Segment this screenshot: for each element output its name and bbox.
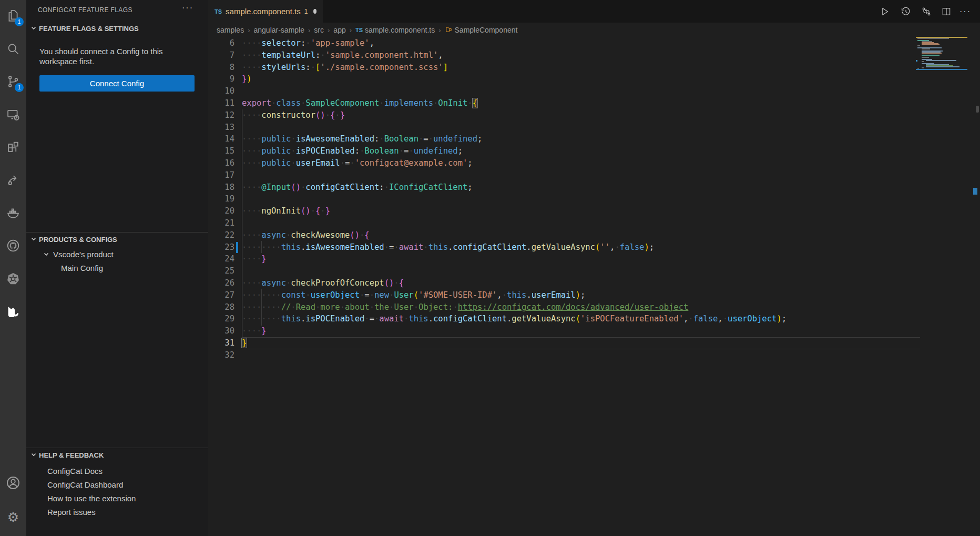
explorer-icon[interactable]: 1 bbox=[5, 7, 22, 24]
modified-dot-icon[interactable] bbox=[313, 9, 317, 14]
breadcrumb-item[interactable]: samples bbox=[217, 26, 244, 34]
code-line[interactable]: 7····templateUrl:·'sample.component.html… bbox=[208, 49, 920, 62]
breadcrumb-file[interactable]: TS sample.component.ts bbox=[355, 26, 435, 34]
help-link[interactable]: Report issues bbox=[47, 505, 96, 519]
help-link[interactable]: ConfigCat Docs bbox=[47, 464, 103, 478]
source-control-icon[interactable]: 1 bbox=[5, 73, 22, 90]
open-changes-icon[interactable] bbox=[920, 5, 933, 18]
code-line[interactable]: 9}) bbox=[208, 73, 920, 85]
code-line[interactable]: 19 bbox=[208, 193, 920, 205]
docker-icon[interactable] bbox=[5, 205, 22, 221]
code-line[interactable]: 23········this.isAwesomeEnabled·=·await·… bbox=[208, 241, 920, 254]
breadcrumb-item[interactable]: app bbox=[333, 26, 345, 34]
explorer-badge: 1 bbox=[15, 17, 24, 26]
line-number: 11 bbox=[208, 97, 234, 109]
line-number: 32 bbox=[208, 349, 234, 361]
line-number: 12 bbox=[208, 109, 234, 122]
run-icon[interactable] bbox=[879, 5, 891, 18]
code-line[interactable]: 8····styleUrls:·['./sample.component.scs… bbox=[208, 62, 920, 74]
line-number: 7 bbox=[208, 49, 234, 62]
tab-problems-badge: 1 bbox=[304, 8, 308, 15]
activity-bar: 1 1 ⚙ bbox=[0, 0, 26, 536]
breadcrumb-symbol[interactable]: SampleComponent bbox=[445, 25, 518, 35]
line-number: 9 bbox=[208, 73, 234, 85]
code-line[interactable]: 25 bbox=[208, 265, 920, 277]
line-number: 16 bbox=[208, 157, 234, 169]
line-number: 25 bbox=[208, 265, 234, 277]
typescript-file-icon: TS bbox=[355, 27, 363, 33]
minimap-line bbox=[917, 45, 920, 46]
breadcrumb-item[interactable]: src bbox=[314, 26, 324, 34]
section-divider bbox=[26, 448, 208, 448]
overview-ruler[interactable] bbox=[973, 0, 980, 536]
code-line[interactable]: 24····} bbox=[208, 253, 920, 265]
code-line[interactable]: 30····} bbox=[208, 325, 920, 337]
more-actions-icon[interactable]: ··· bbox=[959, 5, 972, 18]
share-icon[interactable] bbox=[5, 172, 22, 189]
line-number: 6 bbox=[208, 37, 234, 49]
section-feature-flags[interactable]: FEATURE FLAGS & SETTINGS bbox=[26, 22, 208, 35]
tab-sample-component[interactable]: TS sample.component.ts 1 bbox=[208, 0, 323, 23]
line-number: 13 bbox=[208, 122, 234, 134]
code-line[interactable]: 27········const·userObject·=·new·User('#… bbox=[208, 289, 920, 301]
code-line[interactable]: 15····public·isPOCEnabled:·Boolean·=·und… bbox=[208, 145, 920, 157]
code-line[interactable]: 32 bbox=[208, 349, 920, 361]
tree-item-main-config[interactable]: Main Config bbox=[61, 261, 103, 275]
code-line[interactable]: 13 bbox=[208, 122, 920, 134]
code-line[interactable]: 10 bbox=[208, 85, 920, 97]
chevron-down-icon bbox=[30, 236, 37, 244]
section-help-feedback[interactable]: HELP & FEEDBACK bbox=[26, 449, 208, 461]
minimap-line bbox=[926, 60, 956, 61]
code-line[interactable]: 20····ngOnInit()·{·} bbox=[208, 205, 920, 217]
line-number: 29 bbox=[208, 313, 234, 325]
overview-ruler-modified-marker bbox=[973, 188, 977, 195]
code-line[interactable]: 31} bbox=[208, 337, 920, 349]
breadcrumb: samples› angular-sample› src› app› TS sa… bbox=[208, 23, 980, 37]
line-number: 31 bbox=[208, 337, 234, 349]
sidebar-more-actions-icon[interactable]: ··· bbox=[182, 3, 193, 13]
section-products-configs[interactable]: PRODUCTS & CONFIGS bbox=[26, 233, 208, 246]
breadcrumb-item[interactable]: angular-sample bbox=[253, 26, 304, 34]
github-icon[interactable] bbox=[5, 237, 22, 254]
settings-gear-icon[interactable]: ⚙ bbox=[5, 509, 22, 525]
tab-bar: TS sample.component.ts 1 ··· bbox=[208, 0, 980, 23]
code-line[interactable]: 6····selector:·'app-sample', bbox=[208, 37, 920, 49]
line-number: 23 bbox=[208, 241, 234, 254]
connect-config-button[interactable]: Connect Config bbox=[39, 75, 195, 92]
chevron-down-icon bbox=[30, 451, 37, 459]
line-number: 20 bbox=[208, 205, 234, 217]
configcat-icon[interactable] bbox=[5, 304, 22, 320]
extensions-icon[interactable] bbox=[5, 139, 22, 156]
code-line[interactable]: 18····@Input()·configCatClient:·IConfigC… bbox=[208, 181, 920, 194]
connect-message: You should connect a Config to this work… bbox=[39, 46, 197, 66]
code-line[interactable]: 29········this.isPOCEnabled·=·await·this… bbox=[208, 313, 920, 325]
search-icon[interactable] bbox=[5, 41, 22, 57]
code-line[interactable]: 21 bbox=[208, 217, 920, 229]
split-editor-icon[interactable] bbox=[940, 5, 953, 18]
accounts-icon[interactable] bbox=[5, 474, 22, 491]
code-line[interactable]: 11export·class·SampleComponent·implement… bbox=[208, 97, 920, 109]
comment-link[interactable]: https://configcat.com/docs/advanced/user… bbox=[458, 302, 689, 312]
code-line[interactable]: 26····async·checkProofOfConcept()·{ bbox=[208, 277, 920, 289]
remote-explorer-icon[interactable] bbox=[5, 106, 22, 123]
tree-item-product[interactable]: Vscode's product bbox=[43, 247, 114, 261]
overview-ruler-marker bbox=[976, 106, 979, 113]
code-line[interactable]: 16····public·userEmail·=·'configcat@exam… bbox=[208, 157, 920, 169]
code-editor[interactable]: 6····selector:·'app-sample',7····templat… bbox=[208, 37, 920, 536]
help-link[interactable]: ConfigCat Dashboard bbox=[47, 478, 123, 491]
code-line[interactable]: 12····constructor()·{·} bbox=[208, 109, 920, 122]
minimap-line bbox=[922, 55, 940, 56]
line-number: 22 bbox=[208, 229, 234, 241]
minimap-line bbox=[922, 57, 929, 58]
minimap-line bbox=[922, 53, 942, 54]
minimap[interactable] bbox=[916, 37, 967, 100]
source-control-badge: 1 bbox=[15, 83, 24, 92]
indent-guide bbox=[261, 241, 262, 253]
code-line[interactable]: 28········//·Read·more·about·the·User·Ob… bbox=[208, 301, 920, 313]
help-link[interactable]: How to use the extension bbox=[47, 491, 136, 505]
code-line[interactable]: 17 bbox=[208, 169, 920, 181]
timeline-icon[interactable] bbox=[900, 5, 912, 18]
kubernetes-icon[interactable] bbox=[5, 270, 22, 287]
code-line[interactable]: 14····public·isAwesomeEnabled:·Boolean·=… bbox=[208, 133, 920, 145]
code-line[interactable]: 22····async·checkAwesome()·{ bbox=[208, 229, 920, 241]
